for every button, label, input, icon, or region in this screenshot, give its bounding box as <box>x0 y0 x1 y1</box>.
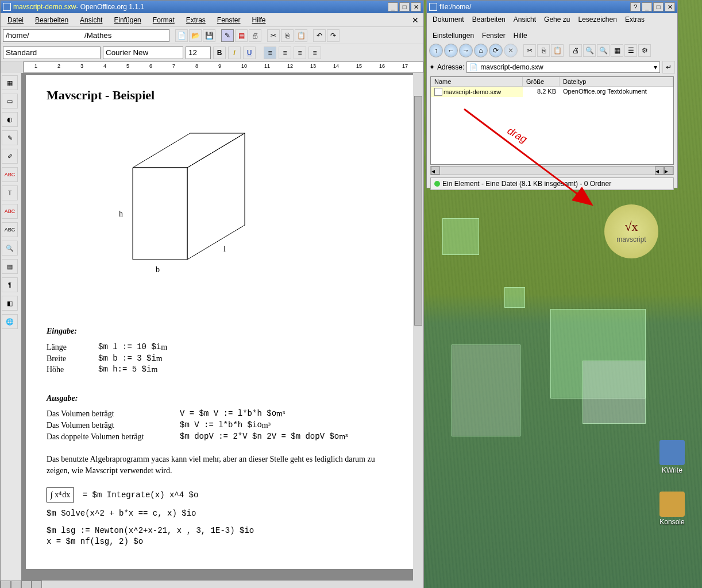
ruler[interactable]: 1234567891011121314151617 <box>1 61 423 73</box>
glass-cube-decoration <box>583 361 646 424</box>
abc-check-icon[interactable]: ABC <box>2 167 18 182</box>
col-size[interactable]: Größe <box>523 77 560 86</box>
nav-up-icon[interactable]: ↑ <box>429 44 443 57</box>
print-icon[interactable]: 🖨 <box>569 44 582 57</box>
kwrite-icon <box>659 440 685 465</box>
font-size-select[interactable] <box>186 47 211 59</box>
abc-auto-icon[interactable]: ABC <box>2 204 18 219</box>
bold-button[interactable]: B <box>213 47 226 59</box>
search-icon[interactable]: 🔍 <box>2 241 18 256</box>
vertical-scrollbar[interactable] <box>413 73 423 581</box>
fb-close-button[interactable]: ✕ <box>665 2 675 11</box>
fb-menu-dokument[interactable]: Dokument <box>431 14 465 25</box>
kwrite-desktop-icon[interactable]: KWrite <box>655 440 689 474</box>
pdf-icon[interactable]: ▤ <box>235 29 248 42</box>
go-icon[interactable]: ↵ <box>662 61 675 74</box>
italic-button[interactable]: i <box>228 47 241 59</box>
file-list-header[interactable]: Name Größe Dateityp <box>431 77 673 87</box>
nonprint-icon[interactable]: ¶ <box>2 277 18 292</box>
menu-format[interactable]: Format <box>151 15 177 25</box>
print-icon[interactable]: 🖨 <box>249 29 261 42</box>
redo-icon[interactable]: ↷ <box>327 29 340 42</box>
fb-maximize-button[interactable]: □ <box>653 2 664 11</box>
paste-icon[interactable]: 📋 <box>295 29 307 42</box>
web-icon[interactable]: 🌐 <box>2 314 18 329</box>
fb-toolbar: ↑ ← → ⌂ ⟳ ✕ ✂ ⎘ 📋 🖨 🔍 🔍 ▦ ☰ ⚙ <box>427 42 677 59</box>
fb-menu-lesezeichen[interactable]: Lesezeichen <box>577 14 618 25</box>
draw-icon[interactable]: ✎ <box>2 130 18 145</box>
nav-reload-icon[interactable]: ⟳ <box>489 44 503 57</box>
document-area[interactable]: Mavscript - Beispiel h b l Eingabe: Läng… <box>21 73 423 581</box>
insert-field-icon[interactable]: ▭ <box>2 94 18 109</box>
fb-menu-gehezu[interactable]: Gehe zu <box>543 14 571 25</box>
abc-icon[interactable]: ABC <box>2 222 18 237</box>
col-name[interactable]: Name <box>431 77 523 86</box>
paste-icon[interactable]: 📋 <box>551 44 564 57</box>
desktop[interactable]: file:/home/ ? _ □ ✕ Dokument Bearbeiten … <box>424 0 702 588</box>
nav-forward-icon[interactable]: → <box>459 44 473 57</box>
graphics-icon[interactable]: ◧ <box>2 296 18 311</box>
text-icon[interactable]: T <box>2 185 18 200</box>
menu-fenster[interactable]: Fenster <box>215 15 243 25</box>
fb-minimize-button[interactable]: _ <box>642 2 652 11</box>
mavscript-desktop-icon[interactable]: √x mavscript <box>604 204 658 258</box>
fb-menu-bearbeiten[interactable]: Bearbeiten <box>471 14 507 25</box>
font-name-select[interactable] <box>103 47 183 59</box>
nav-back-icon[interactable]: ← <box>444 44 458 57</box>
address-input[interactable]: 📄 mavscript-demo.sxw▾ <box>466 61 660 73</box>
zoom-out-icon[interactable]: 🔍 <box>597 44 610 57</box>
menu-datei[interactable]: Datei <box>5 15 26 25</box>
konsole-desktop-icon[interactable]: Konsole <box>655 492 689 526</box>
horizontal-scroll-area[interactable] <box>1 581 423 588</box>
insert-object-icon[interactable]: ◐ <box>2 112 18 127</box>
open-icon[interactable]: 📂 <box>189 29 202 42</box>
view-list-icon[interactable]: ☰ <box>624 44 637 57</box>
edit-mode-icon[interactable]: ✎ <box>221 29 234 42</box>
input-row: Höhe$m h:= 5 $i m <box>47 364 398 376</box>
gear-icon[interactable]: ⚙ <box>638 44 651 57</box>
zoom-in-icon[interactable]: 🔍 <box>583 44 596 57</box>
align-justify-button[interactable]: ≡ <box>308 47 321 59</box>
path-input[interactable] <box>3 29 169 42</box>
paragraph-style-select[interactable] <box>3 47 101 59</box>
copy-icon[interactable]: ⎘ <box>537 44 550 57</box>
nav-stop-icon[interactable]: ✕ <box>504 44 518 57</box>
fb-menu-hilfe[interactable]: Hilfe <box>512 30 529 41</box>
fb-titlebar[interactable]: file:/home/ ? _ □ ✕ <box>427 1 677 13</box>
undo-icon[interactable]: ↶ <box>313 29 326 42</box>
fb-menu-extras[interactable]: Extras <box>624 14 646 25</box>
align-center-button[interactable]: ≡ <box>279 47 291 59</box>
col-type[interactable]: Dateityp <box>560 77 673 86</box>
maximize-button[interactable]: □ <box>399 2 410 11</box>
view-icon-icon[interactable]: ▦ <box>611 44 623 57</box>
fb-menu-fenster[interactable]: Fenster <box>481 30 507 41</box>
insert-table-icon[interactable]: ▦ <box>2 75 18 90</box>
menu-bearbeiten[interactable]: Bearbeiten <box>33 15 71 25</box>
align-left-button[interactable]: ≡ <box>264 47 276 59</box>
doc-close-icon[interactable]: ✕ <box>412 16 419 25</box>
align-right-button[interactable]: ≡ <box>294 47 306 59</box>
nav-home-icon[interactable]: ⌂ <box>474 44 488 57</box>
file-list[interactable]: Name Größe Dateityp mavscript-demo.sxw 8… <box>430 76 674 165</box>
datasource-icon[interactable]: ▤ <box>2 259 18 274</box>
fb-menu-ansicht[interactable]: Ansicht <box>512 14 537 25</box>
minimize-button[interactable]: _ <box>388 2 398 11</box>
oo-titlebar[interactable]: mavscript-demo.sxw - OpenOffice.org 1.1.… <box>1 1 423 13</box>
file-row[interactable]: mavscript-demo.sxw 8.2 KB OpenOffice.org… <box>431 87 673 97</box>
fb-horizontal-scrollbar[interactable]: ◂◂▸ <box>430 166 674 175</box>
fb-help-button[interactable]: ? <box>630 2 641 11</box>
form-icon[interactable]: ✐ <box>2 149 18 164</box>
menu-extras[interactable]: Extras <box>184 15 208 25</box>
bookmark-icon[interactable]: ✦ <box>429 63 435 71</box>
menu-ansicht[interactable]: Ansicht <box>78 15 105 25</box>
new-doc-icon[interactable]: 📄 <box>175 29 188 42</box>
close-button[interactable]: ✕ <box>411 2 421 11</box>
copy-icon[interactable]: ⎘ <box>281 29 294 42</box>
menu-hilfe[interactable]: Hilfe <box>250 15 268 25</box>
menu-einfuegen[interactable]: Einfügen <box>111 15 143 25</box>
cut-icon[interactable]: ✂ <box>267 29 280 42</box>
cut-icon[interactable]: ✂ <box>523 44 536 57</box>
fb-menu-einstellungen[interactable]: Einstellungen <box>431 30 475 41</box>
save-icon[interactable]: 💾 <box>203 29 215 42</box>
underline-button[interactable]: U <box>243 47 256 59</box>
